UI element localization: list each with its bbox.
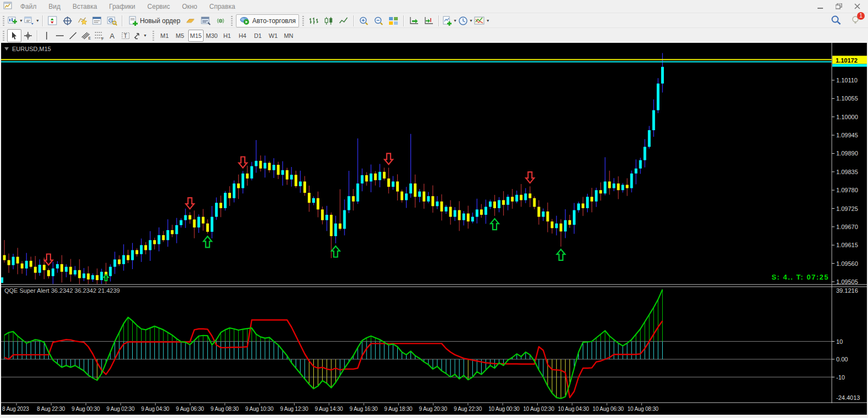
- qqe-fast-line: [4, 289, 662, 399]
- toolbar-line-studies: E F A T ▼ M1M5M15M30H1H4D1W1MN: [0, 27, 868, 43]
- sell-arrow-icon: [526, 172, 534, 183]
- status-text: S: 4.. T: 07:25: [771, 273, 829, 281]
- notification-badge: 1: [857, 12, 865, 20]
- timeframe-switcher: M1M5M15M30H1H4D1W1MN: [157, 30, 296, 42]
- symbol-label: EURUSD,M15: [12, 46, 51, 52]
- menu-charts[interactable]: Графики: [103, 3, 142, 10]
- chart-shift-button[interactable]: [422, 15, 436, 27]
- line-chart-mode-button[interactable]: [337, 15, 351, 27]
- svg-text:A: A: [110, 32, 115, 40]
- market-watch-button[interactable]: [46, 15, 60, 27]
- navigator-button[interactable]: [76, 15, 89, 27]
- zoom-out-button[interactable]: [372, 15, 386, 27]
- buy-arrow-icon: [491, 219, 499, 230]
- chevron-down-icon: ▼: [143, 34, 147, 37]
- chart-area[interactable]: 1.101101.100551.100001.099451.098901.098…: [1, 43, 867, 415]
- indicators-button[interactable]: ▼: [442, 15, 457, 27]
- partial-candle: [1, 277, 3, 283]
- chevron-down-icon: ▼: [36, 19, 40, 23]
- menu-bar: Файл Вид Вставка Графики Сервис Окно Спр…: [0, 0, 868, 13]
- vertical-line-tool[interactable]: [40, 30, 53, 42]
- menu-view[interactable]: Вид: [43, 3, 67, 10]
- arrows-tool[interactable]: ▼: [132, 30, 147, 42]
- auto-scroll-button[interactable]: [407, 15, 421, 27]
- svg-text:1.10110: 1.10110: [836, 77, 858, 83]
- trendline-tool[interactable]: [66, 30, 80, 42]
- svg-text:1.09670: 1.09670: [836, 224, 858, 230]
- sounds-button[interactable]: [214, 15, 228, 27]
- svg-text:E: E: [88, 36, 91, 40]
- data-window-button[interactable]: [61, 15, 75, 27]
- chevron-down-icon: ▼: [486, 19, 490, 23]
- menu-help[interactable]: Справка: [204, 3, 241, 10]
- buy-arrow-icon: [331, 246, 340, 257]
- profiles-button[interactable]: ▼: [24, 15, 40, 27]
- minimize-button[interactable]: [818, 2, 824, 12]
- svg-text:9 Aug 00:30: 9 Aug 00:30: [72, 406, 100, 412]
- tf-button-H1[interactable]: H1: [220, 30, 234, 41]
- svg-text:1.09780: 1.09780: [836, 187, 858, 193]
- price-scale[interactable]: 1.101101.100551.100001.099451.098901.098…: [832, 56, 867, 402]
- terminal-button[interactable]: [91, 15, 104, 27]
- restore-button[interactable]: [836, 2, 842, 12]
- new-chart-button[interactable]: ▼: [8, 15, 23, 27]
- bar-chart-mode-button[interactable]: [307, 15, 321, 27]
- tile-windows-button[interactable]: [387, 15, 401, 27]
- svg-text:9 Aug 04:30: 9 Aug 04:30: [141, 406, 170, 412]
- tf-button-M15[interactable]: M15: [188, 30, 204, 42]
- svg-text:10 Aug 02:30: 10 Aug 02:30: [523, 406, 555, 412]
- text-tool[interactable]: A: [106, 30, 119, 42]
- tf-button-MN[interactable]: MN: [281, 30, 296, 41]
- menu-tools[interactable]: Сервис: [142, 3, 176, 10]
- menu-file[interactable]: Файл: [14, 3, 43, 10]
- svg-text:9 Aug 16:30: 9 Aug 16:30: [350, 406, 378, 412]
- svg-text:9 Aug 02:30: 9 Aug 02:30: [106, 406, 135, 412]
- buy-arrow-icon: [204, 236, 212, 247]
- time-axis[interactable]: 8 Aug 20238 Aug 22:309 Aug 00:309 Aug 02…: [2, 403, 659, 412]
- chevron-down-icon: ▼: [19, 19, 23, 23]
- svg-text:9 Aug 18:30: 9 Aug 18:30: [384, 406, 413, 412]
- tf-button-D1[interactable]: D1: [251, 30, 265, 41]
- svg-text:-10: -10: [836, 374, 845, 381]
- buy-arrow-icon: [104, 275, 108, 281]
- indicator-label: QQE Super Alert 36.2342 36.2342 21.4239: [4, 287, 120, 294]
- channel-tool[interactable]: E: [80, 30, 93, 42]
- zoom-in-button[interactable]: [357, 15, 371, 27]
- menu-window[interactable]: Окно: [176, 3, 204, 10]
- svg-text:1.09615: 1.09615: [836, 242, 858, 248]
- cursor-tool[interactable]: [7, 29, 21, 42]
- new-order-label: Новый ордер: [140, 17, 181, 25]
- templates-button[interactable]: ▼: [474, 15, 490, 27]
- strategy-tester-button[interactable]: [105, 15, 119, 27]
- svg-text:10 Aug 06:30: 10 Aug 06:30: [593, 406, 624, 412]
- tf-button-M5[interactable]: M5: [173, 30, 187, 41]
- notifications-icon[interactable]: 1: [850, 15, 860, 27]
- tf-button-M30[interactable]: M30: [205, 30, 219, 41]
- menu-insert[interactable]: Вставка: [66, 3, 103, 10]
- text-label-tool[interactable]: T: [119, 30, 132, 42]
- svg-text:9 Aug 08:30: 9 Aug 08:30: [211, 406, 239, 412]
- chevron-down-icon: ▼: [453, 19, 457, 23]
- chart-menu-triangle-icon[interactable]: [4, 47, 9, 51]
- autotrading-label: Авто-торговля: [252, 17, 296, 25]
- toolbar-standard: ▼ ▼ Новый ордер Авто-торговля: [0, 13, 868, 28]
- autotrading-button[interactable]: Авто-торговля: [236, 14, 299, 27]
- crosshair-tool[interactable]: [21, 30, 35, 42]
- svg-text:1.09835: 1.09835: [836, 169, 858, 175]
- metaquotes-button[interactable]: [184, 15, 198, 27]
- tf-button-M1[interactable]: M1: [157, 30, 172, 41]
- fibonacci-tool[interactable]: F: [93, 30, 106, 42]
- new-order-button[interactable]: Новый ордер: [126, 15, 183, 27]
- horizontal-line-tool[interactable]: [53, 30, 66, 42]
- app-icon: [3, 1, 12, 12]
- tf-button-W1[interactable]: W1: [266, 30, 280, 41]
- metaeditor-button[interactable]: [199, 15, 213, 27]
- sell-arrow-icon: [385, 153, 393, 164]
- candle-chart-mode-button[interactable]: [322, 15, 336, 27]
- svg-text:8 Aug 2023: 8 Aug 2023: [2, 406, 29, 412]
- tf-button-H4[interactable]: H4: [235, 30, 250, 41]
- svg-text:10: 10: [836, 338, 843, 345]
- close-button[interactable]: [854, 2, 860, 12]
- periods-button[interactable]: ▼: [458, 15, 473, 27]
- search-icon[interactable]: [831, 15, 842, 27]
